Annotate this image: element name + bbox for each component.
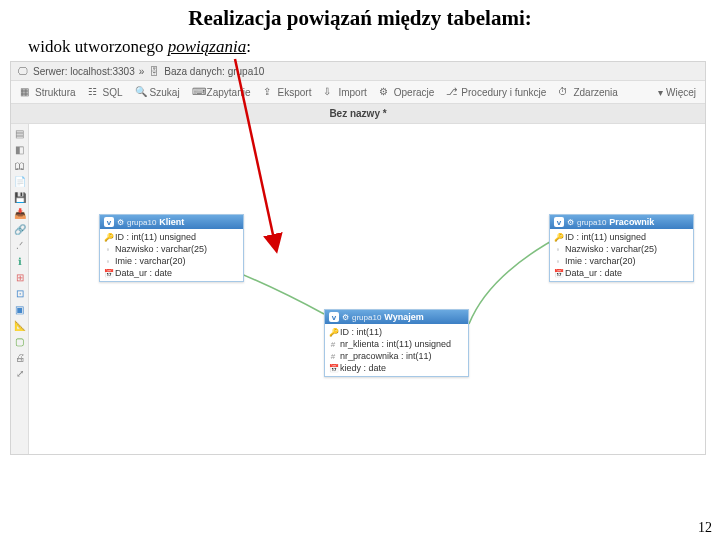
col-icon: ◦ <box>104 245 112 254</box>
palette-newtable-icon[interactable]: 📄 <box>13 174 27 188</box>
relation-lines <box>29 124 705 454</box>
date-icon: 📅 <box>104 269 112 278</box>
table-row[interactable]: ◦Imie : varchar(20) <box>100 255 243 267</box>
table-klient-schema: grupa10 <box>127 218 156 227</box>
table-row[interactable]: ◦Nazwisko : varchar(25) <box>550 243 693 255</box>
palette-angular-icon[interactable]: 📐 <box>13 318 27 332</box>
import-icon: ⇩ <box>323 86 335 98</box>
top-toolbar: ▦Struktura ☷SQL 🔍Szukaj ⌨Zapytanie ⇪Eksp… <box>11 81 705 104</box>
designer-palette: ▤ ◧ 🕮 📄 💾 📥 🔗 .ᐟ ℹ ⊞ ⊡ ▣ 📐 ▢ 🖨 ⤢ <box>11 124 29 454</box>
key-icon: 🔑 <box>104 233 112 242</box>
palette-tables-icon[interactable]: ▤ <box>13 126 27 140</box>
tab-struktura[interactable]: ▦Struktura <box>15 84 81 100</box>
table-wynajem-cols: 🔑ID : int(11) #nr_klienta : int(11) unsi… <box>325 324 468 376</box>
table-row[interactable]: #nr_klienta : int(11) unsigned <box>325 338 468 350</box>
table-klient-header[interactable]: v ⚙ grupa10 Klient <box>100 215 243 229</box>
palette-relation-icon[interactable]: 🔗 <box>13 222 27 236</box>
tab-zdarzenia[interactable]: ⏱Zdarzenia <box>553 84 622 100</box>
table-row[interactable]: 📅Data_ur : date <box>100 267 243 279</box>
table-row[interactable]: #nr_pracownika : int(11) <box>325 350 468 362</box>
palette-snap-icon[interactable]: ⊡ <box>13 286 27 300</box>
tab-szukaj[interactable]: 🔍Szukaj <box>130 84 185 100</box>
palette-export-icon[interactable]: 🖨 <box>13 350 27 364</box>
breadcrumb: 🖵 Serwer: localhost:3303 » 🗄 Baza danych… <box>11 62 705 81</box>
server-icon: 🖵 <box>17 65 29 77</box>
palette-relview-icon[interactable]: ◧ <box>13 142 27 156</box>
table-wynajem[interactable]: v ⚙ grupa10 Wynajem 🔑ID : int(11) #nr_kl… <box>324 309 469 377</box>
events-icon: ⏱ <box>558 86 570 98</box>
palette-save-icon[interactable]: 💾 <box>13 190 27 204</box>
gear-icon[interactable]: ⚙ <box>342 313 349 322</box>
palette-help-icon[interactable]: ℹ <box>13 254 27 268</box>
tab-import[interactable]: ⇩Import <box>318 84 371 100</box>
palette-reload-icon[interactable]: 🕮 <box>13 158 27 172</box>
collapse-icon[interactable]: v <box>554 217 564 227</box>
date-icon: 📅 <box>554 269 562 278</box>
col-icon: ◦ <box>104 257 112 266</box>
palette-toggle-icon[interactable]: ▢ <box>13 334 27 348</box>
table-klient-cols: 🔑ID : int(11) unsigned ◦Nazwisko : varch… <box>100 229 243 281</box>
query-icon: ⌨ <box>192 86 204 98</box>
tab-procedury[interactable]: ⎇Procedury i funkcje <box>441 84 551 100</box>
table-row[interactable]: 🔑ID : int(11) unsigned <box>100 231 243 243</box>
breadcrumb-server[interactable]: Serwer: localhost:3303 <box>33 66 135 77</box>
sql-icon: ☷ <box>88 86 100 98</box>
annotation-arrow <box>230 54 300 254</box>
table-row[interactable]: 📅Data_ur : date <box>550 267 693 279</box>
palette-exit-icon[interactable]: ⤢ <box>13 366 27 380</box>
database-icon: 🗄 <box>148 65 160 77</box>
subtitle-prefix: widok utworzonego <box>28 37 168 56</box>
svg-line-0 <box>235 59 275 244</box>
collapse-icon[interactable]: v <box>329 312 339 322</box>
palette-grid-icon[interactable]: ⊞ <box>13 270 27 284</box>
table-pracownik-schema: grupa10 <box>577 218 606 227</box>
table-wynajem-header[interactable]: v ⚙ grupa10 Wynajem <box>325 310 468 324</box>
table-row[interactable]: ◦Imie : varchar(20) <box>550 255 693 267</box>
routines-icon: ⎇ <box>446 86 458 98</box>
key-icon: 🔑 <box>329 328 337 337</box>
date-icon: 📅 <box>329 364 337 373</box>
designer-workspace: ▤ ◧ 🕮 📄 💾 📥 🔗 .ᐟ ℹ ⊞ ⊡ ▣ 📐 ▢ 🖨 ⤢ <box>11 124 705 454</box>
structure-icon: ▦ <box>20 86 32 98</box>
table-pracownik[interactable]: v ⚙ grupa10 Pracownik 🔑ID : int(11) unsi… <box>549 214 694 282</box>
designer-canvas[interactable]: v ⚙ grupa10 Klient 🔑ID : int(11) unsigne… <box>29 124 705 454</box>
gear-icon[interactable]: ⚙ <box>567 218 574 227</box>
table-pracownik-header[interactable]: v ⚙ grupa10 Pracownik <box>550 215 693 229</box>
table-klient-name: Klient <box>159 217 184 227</box>
more-icon: ▾ <box>658 87 663 98</box>
tab-operacje[interactable]: ⚙Operacje <box>374 84 440 100</box>
tab-wiecej[interactable]: ▾ Więcej <box>653 85 701 100</box>
palette-more-icon1[interactable]: .ᐟ <box>13 238 27 252</box>
table-row[interactable]: ◦Nazwisko : varchar(25) <box>100 243 243 255</box>
table-klient[interactable]: v ⚙ grupa10 Klient 🔑ID : int(11) unsigne… <box>99 214 244 282</box>
operations-icon: ⚙ <box>379 86 391 98</box>
designer-title: Bez nazwy * <box>11 104 705 124</box>
table-row[interactable]: 🔑ID : int(11) unsigned <box>550 231 693 243</box>
palette-fullscreen-icon[interactable]: ▣ <box>13 302 27 316</box>
table-wynajem-name: Wynajem <box>384 312 423 322</box>
collapse-icon[interactable]: v <box>104 217 114 227</box>
phpmyadmin-window: 🖵 Serwer: localhost:3303 » 🗄 Baza danych… <box>10 61 706 455</box>
table-pracownik-cols: 🔑ID : int(11) unsigned ◦Nazwisko : varch… <box>550 229 693 281</box>
slide-subtitle: widok utworzonego powiązania: <box>0 35 720 61</box>
breadcrumb-sep: » <box>139 66 145 77</box>
slide-title: Realizacja powiązań między tabelami: <box>0 0 720 35</box>
gear-icon[interactable]: ⚙ <box>117 218 124 227</box>
num-icon: # <box>329 352 337 361</box>
num-icon: # <box>329 340 337 349</box>
table-wynajem-schema: grupa10 <box>352 313 381 322</box>
search-icon: 🔍 <box>135 86 147 98</box>
table-row[interactable]: 📅kiedy : date <box>325 362 468 374</box>
table-row[interactable]: 🔑ID : int(11) <box>325 326 468 338</box>
col-icon: ◦ <box>554 245 562 254</box>
page-number: 12 <box>698 520 712 536</box>
col-icon: ◦ <box>554 257 562 266</box>
key-icon: 🔑 <box>554 233 562 242</box>
palette-savepos-icon[interactable]: 📥 <box>13 206 27 220</box>
tab-sql[interactable]: ☷SQL <box>83 84 128 100</box>
table-pracownik-name: Pracownik <box>609 217 654 227</box>
